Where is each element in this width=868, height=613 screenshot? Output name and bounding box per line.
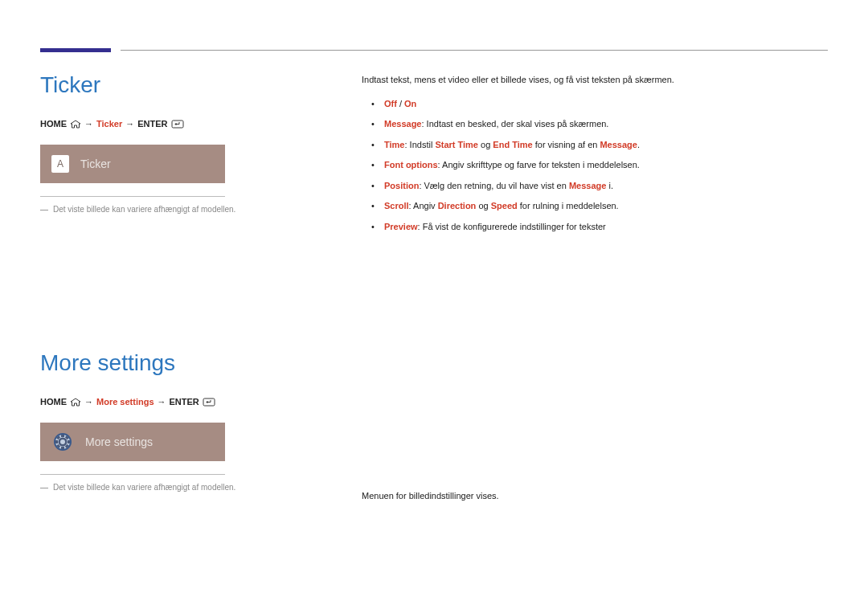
more-settings-tile-label: More settings: [85, 435, 153, 448]
sep-off-on: /: [397, 99, 404, 108]
ticker-heading: Ticker: [40, 72, 305, 98]
ticker-a-icon: A: [51, 155, 69, 173]
home-icon: [70, 120, 81, 129]
breadcrumb-enter-2: ENTER: [170, 397, 199, 407]
txt-scroll-2: og: [476, 201, 490, 210]
breadcrumb-item-more: More settings: [96, 397, 154, 407]
more-settings-note-text: Det viste billede kan variere afhængigt …: [53, 483, 235, 492]
ticker-tile-label: Ticker: [80, 157, 111, 170]
bullet-message: Message: Indtast en besked, der skal vis…: [362, 117, 828, 131]
txt-time-2: og: [478, 140, 493, 149]
txt-time-1: : Indstil: [404, 140, 435, 149]
ticker-bullet-list: Off / On Message: Indtast en besked, der…: [362, 97, 828, 234]
kw-end-time: End Time: [493, 140, 532, 149]
more-settings-note: Det viste billede kan variere afhængigt …: [40, 483, 305, 492]
txt-time-3: for visning af en: [533, 140, 600, 149]
breadcrumb-home-2: HOME: [40, 397, 67, 407]
more-settings-heading: More settings: [40, 350, 305, 376]
kw-time: Time: [384, 140, 404, 149]
txt-time-4: .: [637, 140, 640, 149]
kw-speed: Speed: [491, 201, 518, 210]
txt-font: : Angiv skrifttype og farve for teksten …: [438, 160, 640, 170]
txt-pos-2: i.: [606, 181, 613, 190]
ticker-intro: Indtast tekst, mens et video eller et bi…: [362, 72, 828, 88]
gear-icon: [51, 431, 74, 453]
txt-message: : Indtast en besked, der skal vises på s…: [421, 119, 608, 129]
home-icon: [70, 398, 81, 407]
top-bar-accent: [40, 48, 111, 52]
kw-position: Position: [384, 181, 419, 190]
top-rule: [40, 50, 828, 51]
svg-point-5: [60, 439, 65, 444]
kw-scroll: Scroll: [384, 201, 409, 210]
txt-scroll-3: for rulning i meddelelsen.: [518, 201, 619, 210]
enter-icon: [203, 398, 215, 407]
bullet-scroll: Scroll: Angiv Direction og Speed for rul…: [362, 199, 828, 213]
arrow-2: →: [125, 119, 134, 129]
ticker-note-text: Det viste billede kan variere afhængigt …: [53, 205, 235, 214]
bullet-font: Font options: Angiv skrifttype og farve …: [362, 158, 828, 172]
note-dash-icon: [40, 488, 48, 488]
ticker-note: Det viste billede kan variere afhængigt …: [40, 205, 305, 214]
txt-pos-1: : Vælg den retning, du vil have vist en: [419, 181, 569, 190]
kw-direction: Direction: [438, 201, 477, 210]
divider: [40, 196, 225, 197]
kw-time-message: Message: [600, 140, 637, 149]
top-bar-line: [121, 50, 828, 51]
more-settings-tile[interactable]: More settings: [40, 423, 225, 461]
kw-start-time: Start Time: [435, 140, 478, 149]
note-dash-icon: [40, 210, 48, 210]
breadcrumb-home: HOME: [40, 119, 67, 129]
ticker-breadcrumb: HOME → Ticker → ENTER: [40, 119, 305, 129]
bullet-off-on: Off / On: [362, 97, 828, 111]
kw-font: Font options: [384, 160, 438, 170]
arrow-1: →: [84, 119, 93, 129]
kw-pos-message: Message: [569, 181, 606, 190]
kw-on: On: [404, 99, 416, 108]
bullet-preview: Preview: Få vist de konfigurerede indsti…: [362, 220, 828, 234]
txt-scroll-1: : Angiv: [409, 201, 438, 210]
bullet-time: Time: Indstil Start Time og End Time for…: [362, 138, 828, 152]
arrow-2b: →: [158, 397, 166, 407]
enter-icon: [171, 120, 184, 129]
arrow-1b: →: [84, 397, 93, 407]
kw-off: Off: [384, 99, 397, 108]
divider-2: [40, 474, 225, 475]
more-settings-intro: Menuen for billedindstillinger vises.: [362, 488, 828, 504]
ticker-tile[interactable]: A Ticker: [40, 145, 225, 183]
txt-preview: : Få vist de konfigurerede indstillinger…: [418, 222, 606, 231]
breadcrumb-item-ticker: Ticker: [96, 119, 122, 129]
more-settings-breadcrumb: HOME → More settings → ENTER: [40, 397, 305, 407]
kw-message: Message: [384, 119, 421, 129]
bullet-position: Position: Vælg den retning, du vil have …: [362, 179, 828, 193]
kw-preview: Preview: [384, 222, 418, 231]
breadcrumb-enter: ENTER: [137, 119, 167, 129]
